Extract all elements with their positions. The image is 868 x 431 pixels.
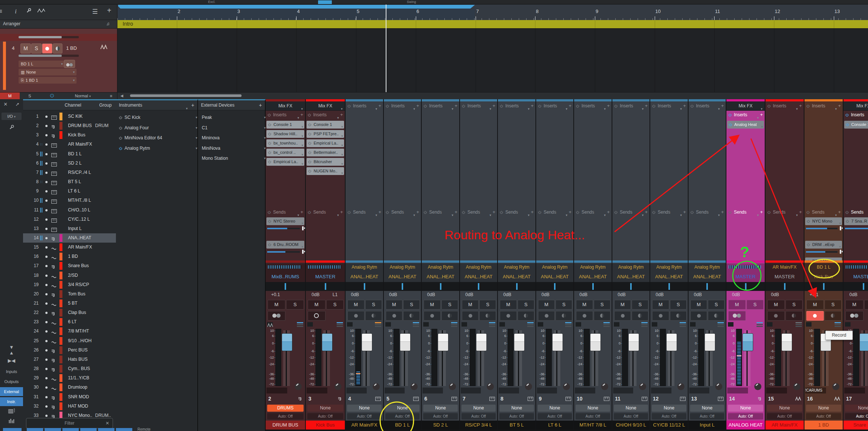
- layers-icon[interactable]: [451, 322, 457, 327]
- channel-row-Snare-Bus[interactable]: 17Snare Bus: [23, 261, 116, 270]
- record-arm-button[interactable]: [347, 311, 365, 321]
- monitor-button[interactable]: [518, 311, 535, 321]
- record-arm-button[interactable]: [806, 311, 824, 321]
- power-icon[interactable]: [846, 121, 849, 129]
- arrange-grid[interactable]: [117, 29, 868, 92]
- mixer-strip-Snare-B-[interactable]: Mix FX▾Inserts▾+Console 1▾Sends▾+7 Sna..…: [843, 99, 868, 430]
- group-button[interactable]: None: [423, 405, 458, 412]
- solo-button[interactable]: S: [365, 300, 382, 310]
- volume-fader[interactable]: [514, 333, 525, 351]
- track-layer-dropdown[interactable]: ⎘1 BD 1▾: [19, 77, 77, 84]
- power-icon[interactable]: [424, 208, 427, 217]
- mute-button[interactable]: M: [806, 300, 824, 310]
- layers-icon[interactable]: [680, 322, 686, 327]
- sends-header[interactable]: Sends▾+: [460, 208, 497, 217]
- channel-name-plate[interactable]: Snare B..: [843, 421, 868, 430]
- monitor-button[interactable]: [632, 311, 648, 321]
- volume-fader[interactable]: [322, 333, 333, 351]
- instrument-item[interactable]: MiniNova Editor 64▾: [116, 133, 200, 143]
- add-track-button[interactable]: +: [107, 6, 111, 15]
- track-mode-dropdown[interactable]: Normal ▾: [67, 93, 99, 99]
- pan-slider[interactable]: [765, 282, 804, 291]
- automation-mode-button[interactable]: Auto: Off: [423, 413, 458, 419]
- monitor-button[interactable]: [365, 311, 382, 321]
- channel-row-AR-Main-FX[interactable]: 4AR Main/FX: [23, 140, 116, 149]
- routing-box[interactable]: Analog RytmANAL..HEAT: [650, 263, 688, 282]
- pan-slider[interactable]: [574, 282, 612, 291]
- inserts-header[interactable]: Inserts▾+: [346, 101, 383, 110]
- power-icon[interactable]: [500, 208, 503, 217]
- monitor-button[interactable]: [594, 311, 611, 321]
- pan-slider[interactable]: [804, 282, 843, 291]
- automation-mode-button[interactable]: Auto: Off: [767, 413, 802, 419]
- insert-slot[interactable]: Shadow Hill..▾: [266, 130, 304, 138]
- meter-options-icon[interactable]: [652, 322, 657, 327]
- power-icon[interactable]: [424, 102, 427, 111]
- volume-fader[interactable]: [438, 333, 448, 351]
- sends-header[interactable]: Sends▾+: [498, 208, 535, 217]
- output-label[interactable]: ANAL..HEAT: [346, 274, 383, 279]
- insert-slot[interactable]: Bitcrusher▾: [307, 158, 344, 166]
- solo-button[interactable]: S: [632, 300, 648, 310]
- clear-filter-icon[interactable]: ✕: [106, 418, 109, 428]
- stereo-link-button[interactable]: [268, 311, 285, 321]
- peak-value[interactable]: [307, 388, 327, 393]
- peak-value[interactable]: [422, 388, 443, 393]
- channel-row-Input-L[interactable]: 13Input L: [23, 224, 116, 233]
- power-icon[interactable]: [119, 113, 122, 123]
- input-label[interactable]: AR Main/FX: [765, 265, 804, 270]
- peak-value[interactable]: [575, 388, 595, 393]
- power-icon[interactable]: [268, 130, 271, 138]
- output-label[interactable]: MASTER: [765, 274, 804, 279]
- power-icon[interactable]: [846, 218, 849, 225]
- power-icon[interactable]: [845, 111, 849, 120]
- mute-button[interactable]: M: [308, 300, 326, 310]
- volume-value[interactable]: 0dB: [306, 292, 326, 297]
- group-button[interactable]: None: [307, 405, 343, 412]
- peak-value[interactable]: [844, 388, 865, 393]
- power-all-icon[interactable]: ⏻: [40, 93, 64, 99]
- automation-mode-button[interactable]: Auto: Off: [499, 413, 534, 419]
- input-label[interactable]: Analog Rytm: [612, 265, 650, 270]
- group-button[interactable]: None: [461, 405, 496, 412]
- layers-icon[interactable]: [641, 322, 648, 327]
- power-icon[interactable]: [576, 102, 579, 111]
- transport-active-button[interactable]: [318, 0, 332, 4]
- input-label[interactable]: Analog Rytm: [536, 265, 573, 270]
- volume-fader[interactable]: [781, 333, 792, 351]
- arranger-header[interactable]: Arranger ♫: [0, 20, 117, 29]
- channel-row-9-10-H-OH[interactable]: 259/10 ..H/OH: [23, 336, 116, 346]
- channel-row-DRUM-BUS[interactable]: 2DRUM BUSDRUM: [23, 121, 116, 130]
- channel-row-BD-1-L[interactable]: 5BD 1 L: [23, 149, 116, 159]
- pan-slider[interactable]: [612, 282, 650, 291]
- solo-button[interactable]: S: [441, 300, 459, 310]
- banks-icon[interactable]: [0, 408, 23, 415]
- layers-icon[interactable]: [718, 322, 724, 327]
- volume-value[interactable]: 0dB: [384, 292, 402, 297]
- send-level-slider[interactable]: [806, 226, 841, 231]
- mixer-strip-1-BD[interactable]: Inserts▾+Sends▾+NYC Mono▾DRM ..eExp▾DRM-…: [804, 99, 843, 430]
- console-tab-outputs[interactable]: Outputs: [0, 377, 23, 386]
- sends-header[interactable]: Sends▾+: [574, 208, 612, 217]
- cue-knob[interactable]: [487, 383, 494, 390]
- track-name[interactable]: 1 BD: [66, 45, 77, 51]
- channel-row-6-LT[interactable]: 236 LT: [23, 317, 116, 327]
- mini-scrollbar[interactable]: [19, 36, 62, 38]
- automation-mode-button[interactable]: Auto: Off: [267, 413, 304, 419]
- pan-slider[interactable]: [843, 282, 868, 291]
- layout-icon[interactable]: ☰: [92, 8, 98, 16]
- volume-value[interactable]: 0dB: [612, 292, 631, 297]
- volume-value[interactable]: 0dB: [574, 292, 593, 297]
- io-dropdown[interactable]: I/O ▾: [1, 113, 22, 120]
- layers-icon[interactable]: [489, 322, 495, 327]
- output-label[interactable]: ANAL..HEAT: [650, 274, 688, 279]
- channel-name-plate[interactable]: CY/CB 11/12 L: [650, 421, 688, 430]
- channel-name-plate[interactable]: SD 2 L: [422, 421, 459, 430]
- sends-header[interactable]: Sends▾+: [765, 208, 804, 217]
- mixer-strip-Input-L[interactable]: Inserts▾+Sends▾+Analog RytmANAL..HEAT0dB…: [689, 99, 726, 430]
- volume-value[interactable]: 0dB: [650, 292, 669, 297]
- monitor-button[interactable]: [556, 311, 572, 321]
- automation-mode-button[interactable]: Auto: Off: [690, 413, 724, 419]
- routing-box[interactable]: MASTER: [843, 263, 868, 282]
- group-button[interactable]: None: [728, 405, 763, 412]
